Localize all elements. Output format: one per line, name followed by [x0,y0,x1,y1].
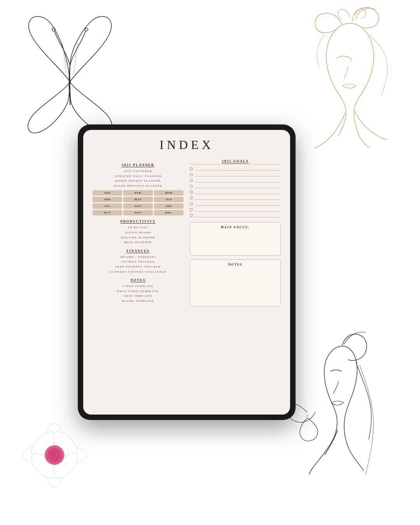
main-focus-title: Main Focus: [193,226,277,229]
notes-item-4: BLANK TEMPLATE [93,299,184,304]
goal-underline-4 [195,184,281,188]
productivity-section-title: PRODUCTIVITY [93,219,184,223]
month-mar[interactable]: MAR [154,190,184,196]
focus-lines [193,231,277,252]
productivity-item-4: MEAL PLANNER [93,240,184,245]
face-gold-decoration [292,4,408,167]
screen-content: INDEX 2025 PLANNER 2025 CALENDAR UNDATED… [83,130,290,415]
goal-underline-9 [195,214,281,217]
notes-section-title: NOTES [93,278,184,282]
svg-point-4 [23,446,55,464]
notes-box-title: NOTES [193,263,277,266]
goal-underline-1 [195,167,281,171]
svg-point-7 [49,428,82,461]
planner-item-2: UNDATED DAILY PLANNER [93,174,184,179]
svg-point-5 [54,446,86,464]
goal-underline-3 [195,178,281,182]
month-jan[interactable]: JAN [93,190,122,196]
svg-point-1 [85,28,88,31]
planner-section-title: 2025 PLANNER [93,163,184,167]
month-oct[interactable]: OCT [93,210,122,215]
finances-item-1: INCOME / EXPENSES [93,255,184,260]
goal-line-8 [190,208,281,212]
goal-underline-8 [195,208,281,212]
goal-line-1 [190,167,281,171]
goal-line-4 [190,184,281,188]
goal-underline-7 [195,202,281,206]
main-focus-box: Main Focus: [190,222,281,256]
goal-circle-2 [190,173,193,176]
svg-point-6 [27,428,60,461]
goal-line-3 [190,178,281,182]
finances-item-3: DEBT PAYMENT TRACKER [93,264,184,270]
goal-circle-7 [190,202,193,205]
svg-point-11 [47,448,61,462]
finances-item-4: 52 WEEKS SAVINGS CHALLENGE [93,270,184,275]
notes-item-3: GRID TEMPLATE [93,294,184,299]
goal-line-7 [190,202,281,206]
tablet-screen: INDEX 2025 PLANNER 2025 CALENDAR UNDATED… [83,130,290,415]
goal-circle-9 [190,214,193,217]
svg-point-8 [27,450,60,483]
svg-point-10 [45,445,64,465]
flower-decoration [16,416,93,494]
index-title: INDEX [93,138,281,152]
month-nov[interactable]: NOV [123,210,153,215]
notes-item-2: HALF LINED TEMPLATE [93,289,184,294]
months-grid: JAN FEB MAR APR MAY JUN JUL AUG SEP OCT … [93,190,184,215]
goal-line-9 [190,214,281,217]
svg-point-9 [49,450,82,483]
goal-line-6 [190,196,281,200]
notes-box: NOTES [190,259,281,306]
svg-point-3 [46,454,63,487]
goal-underline-2 [195,173,281,177]
goal-circle-6 [190,196,193,200]
productivity-item-2: VISION BOARD [93,230,184,235]
month-dec[interactable]: DEC [154,210,184,215]
goal-circle-8 [190,208,193,211]
month-jun[interactable]: JUN [154,197,184,202]
month-aug[interactable]: AUG [123,203,153,209]
finances-item-2: SAVINGS TRACKER [93,259,184,264]
goal-circle-5 [190,191,193,194]
goal-line-5 [190,190,281,194]
notes-lines [193,268,277,303]
svg-point-2 [46,423,63,456]
goal-line-2 [190,173,281,177]
content-grid: 2025 PLANNER 2025 CALENDAR UNDATED DAILY… [93,159,281,306]
month-apr[interactable]: APR [93,197,122,202]
month-sep[interactable]: SEP [154,203,184,209]
notes-item-1: LINED TEMPLATE [93,284,184,289]
month-feb[interactable]: FEB [123,190,153,196]
productivity-item-3: ROUTINE PLANNER [93,235,184,240]
planner-item-1: 2025 CALENDAR [93,169,184,174]
tablet: INDEX 2025 PLANNER 2025 CALENDAR UNDATED… [78,124,296,420]
goal-circle-3 [190,179,193,182]
right-column: 2025 GOALS [190,159,281,306]
finances-section-title: FINANCES [93,249,184,253]
month-jul[interactable]: JUL [93,203,122,209]
goals-section: 2025 GOALS [190,159,281,217]
left-column: 2025 PLANNER 2025 CALENDAR UNDATED DAILY… [93,159,184,306]
goals-title: 2025 GOALS [190,159,281,164]
goal-circle-4 [190,185,193,188]
productivity-item-1: TO DO LIST [93,225,184,230]
svg-point-0 [52,28,55,31]
goal-underline-6 [195,196,281,200]
goal-underline-5 [195,190,281,194]
goal-circle-1 [190,167,193,170]
planner-item-3: DATED WEEKLY PLANNER [93,178,184,184]
month-may[interactable]: MAY [123,197,153,202]
planner-item-4: DATED MONTHLY PLANNER [93,184,184,189]
